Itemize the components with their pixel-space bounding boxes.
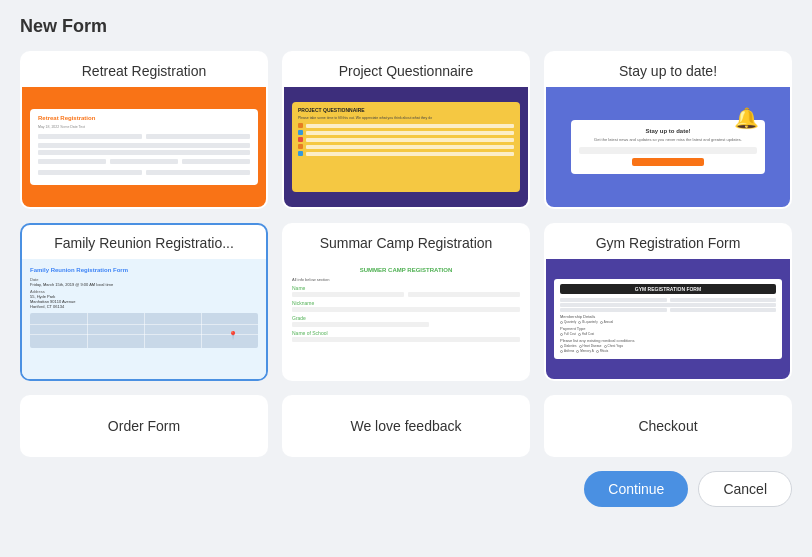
summer-nickname-field <box>292 307 520 312</box>
card-preview-family: Family Reunion Registration Form Date Fr… <box>22 259 266 379</box>
card-project-questionnaire[interactable]: Project Questionnaire PROJECT QUESTIONNA… <box>282 51 530 209</box>
gym-section-type: Payment Type <box>560 326 776 331</box>
summer-lastname <box>408 292 520 297</box>
summer-grade-select <box>292 322 429 327</box>
card-grid-row2: Family Reunion Registratio... Family Reu… <box>20 223 792 381</box>
summer-section-grade: Grade <box>292 315 520 321</box>
card-label-stay: Stay up to date! <box>546 53 790 87</box>
retreat-inner: Retreat Registration May 18, 2022 Some D… <box>30 109 258 185</box>
gym-phone <box>560 308 667 312</box>
card-preview-stay: 🔔 Stay up to date! Get the latest news a… <box>546 87 790 207</box>
card-retreat-registration[interactable]: Retreat Registration Retreat Registratio… <box>20 51 268 209</box>
family-address-value: 55, Hyde ParkManhattan 90110 AvenueHartf… <box>30 294 258 309</box>
gym-lastname <box>670 298 777 302</box>
card-gym-registration[interactable]: Gym Registration Form GYM REGISTRATION F… <box>544 223 792 381</box>
bell-icon: 🔔 <box>734 106 759 130</box>
gym-c3: Chest Yoga <box>608 344 623 348</box>
card-we-love-feedback[interactable]: We love feedback <box>282 395 530 457</box>
retreat-form-title: Retreat Registration <box>38 115 250 121</box>
card-family-reunion[interactable]: Family Reunion Registratio... Family Reu… <box>20 223 268 381</box>
gym-c6: Rhiuts <box>600 349 609 353</box>
card-preview-retreat: Retreat Registration May 18, 2022 Some D… <box>22 87 266 207</box>
card-label-project: Project Questionnaire <box>284 53 528 87</box>
family-map-preview: 📍 <box>30 313 258 348</box>
project-form-title: PROJECT QUESTIONNAIRE <box>298 107 514 113</box>
gym-c2: Heart Disease <box>583 344 602 348</box>
card-preview-project: PROJECT QUESTIONNAIRE Please take some t… <box>284 87 528 207</box>
project-subtitle: Please take some time to fill this out. … <box>298 116 514 120</box>
retreat-subtitle: May 18, 2022 Some Date Text <box>38 125 250 129</box>
page-title: New Form <box>20 16 792 37</box>
summer-firstname <box>292 292 404 297</box>
gym-dob <box>670 308 777 312</box>
gym-c4: Asthma <box>564 349 574 353</box>
card-label-gym: Gym Registration Form <box>546 225 790 259</box>
stay-input-preview <box>579 147 757 154</box>
page-container: New Form Retreat Registration Retreat Re… <box>0 0 812 557</box>
gym-condition-options2: Asthma Memory A Rhiuts <box>560 349 776 353</box>
gym-inner: GYM REGISTRATION FORM Membership Details… <box>554 279 782 359</box>
gym-opt3: Annual <box>604 320 613 324</box>
card-label-summer: Summar Camp Registration <box>284 225 528 259</box>
card-label-feedback: We love feedback <box>350 418 461 434</box>
card-label-family: Family Reunion Registratio... <box>22 225 266 259</box>
card-preview-gym: GYM REGISTRATION FORM Membership Details… <box>546 259 790 379</box>
project-inner: PROJECT QUESTIONNAIRE Please take some t… <box>292 102 520 192</box>
continue-button[interactable]: Continue <box>584 471 688 507</box>
family-date-value: Friday, March 15th, 2019 @ 9:00 AM local… <box>30 282 258 287</box>
card-checkout[interactable]: Checkout <box>544 395 792 457</box>
gym-pay2: Half Cost <box>582 332 594 336</box>
gym-pay1: Full Cost <box>564 332 576 336</box>
family-form-title: Family Reunion Registration Form <box>30 267 258 273</box>
summer-section-nickname: Nickname <box>292 300 520 306</box>
gym-payment-options: Full Cost Half Cost <box>560 332 776 336</box>
summer-section-school: Name of School <box>292 330 520 336</box>
card-label-retreat: Retreat Registration <box>22 53 266 87</box>
gym-condition-options: Diabeties Heart Disease Chest Yoga <box>560 344 776 348</box>
card-order-form[interactable]: Order Form <box>20 395 268 457</box>
summer-section-name: Name <box>292 285 520 291</box>
gym-membership-options: Quarterly Bi-quarterly Annual <box>560 320 776 324</box>
summer-subtitle: All info below section <box>292 277 520 282</box>
card-preview-summer: SUMMER CAMP REGISTRATION All info below … <box>284 259 528 379</box>
gym-form-title: GYM REGISTRATION FORM <box>560 284 776 294</box>
bottom-bar: Continue Cancel <box>20 471 792 507</box>
gym-firstname <box>560 298 667 302</box>
card-label-checkout: Checkout <box>638 418 697 434</box>
gym-c5: Memory A <box>580 349 594 353</box>
map-pin-icon: 📍 <box>228 331 238 340</box>
card-grid-row3: Order Form We love feedback Checkout <box>20 395 792 457</box>
stay-inner: 🔔 Stay up to date! Get the latest news a… <box>571 120 765 175</box>
gym-opt2: Bi-quarterly <box>582 320 597 324</box>
card-label-order: Order Form <box>108 418 180 434</box>
summer-form-title: SUMMER CAMP REGISTRATION <box>292 267 520 273</box>
gym-opt1: Quarterly <box>564 320 576 324</box>
gym-email <box>560 303 776 307</box>
stay-button-preview <box>632 158 703 166</box>
card-summer-camp[interactable]: Summar Camp Registration SUMMER CAMP REG… <box>282 223 530 381</box>
card-stay-up-to-date[interactable]: Stay up to date! 🔔 Stay up to date! Get … <box>544 51 792 209</box>
gym-section-conditions: Please list any existing medical conditi… <box>560 338 776 343</box>
summer-school-field <box>292 337 520 342</box>
stay-text: Get the latest news and updates so you n… <box>579 137 757 143</box>
gym-c1: Diabeties <box>564 344 577 348</box>
gym-section-membership: Membership Details <box>560 314 776 319</box>
cancel-button[interactable]: Cancel <box>698 471 792 507</box>
stay-title: Stay up to date! <box>579 128 757 134</box>
card-grid-row1: Retreat Registration Retreat Registratio… <box>20 51 792 209</box>
